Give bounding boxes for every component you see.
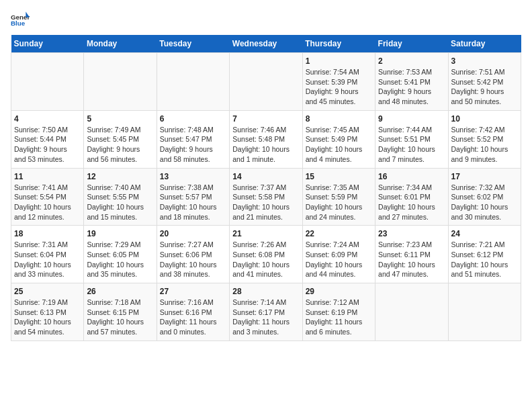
- calendar-header-row: SundayMondayTuesdayWednesdayThursdayFrid…: [11, 35, 521, 53]
- calendar-week-row: 11Sunrise: 7:41 AM Sunset: 5:54 PM Dayli…: [11, 168, 521, 226]
- calendar-cell: [448, 283, 521, 341]
- day-info: Sunrise: 7:27 AM Sunset: 6:06 PM Dayligh…: [160, 240, 226, 279]
- day-number: 5: [87, 114, 153, 124]
- day-number: 9: [378, 114, 445, 124]
- calendar-cell: [11, 53, 84, 111]
- calendar-cell: 12Sunrise: 7:40 AM Sunset: 5:55 PM Dayli…: [84, 168, 157, 226]
- calendar-cell: 25Sunrise: 7:19 AM Sunset: 6:13 PM Dayli…: [11, 283, 84, 341]
- col-header-friday: Friday: [375, 35, 448, 53]
- calendar-cell: [375, 283, 448, 341]
- day-number: 26: [87, 287, 153, 296]
- calendar-cell: 11Sunrise: 7:41 AM Sunset: 5:54 PM Dayli…: [11, 168, 84, 226]
- col-header-sunday: Sunday: [11, 35, 84, 53]
- day-info: Sunrise: 7:49 AM Sunset: 5:45 PM Dayligh…: [87, 125, 153, 165]
- calendar-cell: 13Sunrise: 7:38 AM Sunset: 5:57 PM Dayli…: [157, 168, 229, 226]
- day-number: 13: [160, 172, 226, 181]
- day-number: 3: [451, 56, 518, 66]
- calendar-cell: [84, 53, 157, 111]
- day-number: 8: [306, 114, 372, 124]
- day-info: Sunrise: 7:23 AM Sunset: 6:11 PM Dayligh…: [378, 240, 445, 279]
- day-number: 27: [160, 287, 226, 296]
- calendar-cell: 10Sunrise: 7:42 AM Sunset: 5:52 PM Dayli…: [448, 110, 521, 168]
- day-info: Sunrise: 7:45 AM Sunset: 5:49 PM Dayligh…: [306, 125, 372, 165]
- day-number: 11: [14, 172, 81, 181]
- day-info: Sunrise: 7:32 AM Sunset: 6:02 PM Dayligh…: [451, 183, 518, 222]
- calendar-cell: 21Sunrise: 7:26 AM Sunset: 6:08 PM Dayli…: [230, 226, 302, 283]
- col-header-saturday: Saturday: [448, 35, 521, 53]
- day-number: 1: [306, 56, 372, 66]
- calendar-table: SundayMondayTuesdayWednesdayThursdayFrid…: [11, 35, 521, 341]
- calendar-cell: 8Sunrise: 7:45 AM Sunset: 5:49 PM Daylig…: [302, 110, 375, 168]
- day-number: 15: [306, 172, 372, 181]
- day-number: 28: [232, 287, 299, 296]
- calendar-cell: 17Sunrise: 7:32 AM Sunset: 6:02 PM Dayli…: [448, 168, 521, 226]
- logo-icon: General Blue: [11, 11, 30, 30]
- day-info: Sunrise: 7:29 AM Sunset: 6:05 PM Dayligh…: [87, 240, 153, 279]
- calendar-cell: 1Sunrise: 7:54 AM Sunset: 5:39 PM Daylig…: [302, 53, 375, 111]
- day-number: 12: [87, 172, 153, 181]
- col-header-thursday: Thursday: [302, 35, 375, 53]
- day-info: Sunrise: 7:34 AM Sunset: 6:01 PM Dayligh…: [378, 183, 445, 222]
- day-number: 20: [160, 229, 226, 238]
- calendar-cell: 27Sunrise: 7:16 AM Sunset: 6:16 PM Dayli…: [157, 283, 229, 341]
- calendar-cell: 9Sunrise: 7:44 AM Sunset: 5:51 PM Daylig…: [375, 110, 448, 168]
- day-info: Sunrise: 7:19 AM Sunset: 6:13 PM Dayligh…: [14, 298, 81, 337]
- col-header-monday: Monday: [84, 35, 157, 53]
- calendar-cell: 6Sunrise: 7:48 AM Sunset: 5:47 PM Daylig…: [157, 110, 229, 168]
- calendar-week-row: 4Sunrise: 7:50 AM Sunset: 5:44 PM Daylig…: [11, 110, 521, 168]
- day-info: Sunrise: 7:31 AM Sunset: 6:04 PM Dayligh…: [14, 240, 81, 279]
- calendar-week-row: 18Sunrise: 7:31 AM Sunset: 6:04 PM Dayli…: [11, 226, 521, 283]
- day-info: Sunrise: 7:54 AM Sunset: 5:39 PM Dayligh…: [306, 67, 372, 107]
- svg-text:Blue: Blue: [11, 19, 26, 27]
- calendar-week-row: 1Sunrise: 7:54 AM Sunset: 5:39 PM Daylig…: [11, 53, 521, 111]
- day-info: Sunrise: 7:14 AM Sunset: 6:17 PM Dayligh…: [232, 298, 299, 337]
- calendar-cell: 5Sunrise: 7:49 AM Sunset: 5:45 PM Daylig…: [84, 110, 157, 168]
- day-info: Sunrise: 7:26 AM Sunset: 6:08 PM Dayligh…: [232, 240, 299, 279]
- day-info: Sunrise: 7:50 AM Sunset: 5:44 PM Dayligh…: [14, 125, 81, 165]
- day-number: 19: [87, 229, 153, 238]
- day-info: Sunrise: 7:12 AM Sunset: 6:19 PM Dayligh…: [306, 298, 372, 337]
- day-info: Sunrise: 7:46 AM Sunset: 5:48 PM Dayligh…: [232, 125, 299, 165]
- day-info: Sunrise: 7:40 AM Sunset: 5:55 PM Dayligh…: [87, 183, 153, 222]
- calendar-cell: 16Sunrise: 7:34 AM Sunset: 6:01 PM Dayli…: [375, 168, 448, 226]
- col-header-wednesday: Wednesday: [230, 35, 302, 53]
- day-info: Sunrise: 7:44 AM Sunset: 5:51 PM Dayligh…: [378, 125, 445, 165]
- day-info: Sunrise: 7:24 AM Sunset: 6:09 PM Dayligh…: [306, 240, 372, 279]
- calendar-week-row: 25Sunrise: 7:19 AM Sunset: 6:13 PM Dayli…: [11, 283, 521, 341]
- calendar-cell: 14Sunrise: 7:37 AM Sunset: 5:58 PM Dayli…: [230, 168, 302, 226]
- calendar-cell: 23Sunrise: 7:23 AM Sunset: 6:11 PM Dayli…: [375, 226, 448, 283]
- day-number: 2: [378, 56, 445, 66]
- day-number: 4: [14, 114, 81, 124]
- calendar-cell: 4Sunrise: 7:50 AM Sunset: 5:44 PM Daylig…: [11, 110, 84, 168]
- day-info: Sunrise: 7:51 AM Sunset: 5:42 PM Dayligh…: [451, 67, 518, 107]
- calendar-cell: [230, 53, 302, 111]
- calendar-cell: 26Sunrise: 7:18 AM Sunset: 6:15 PM Dayli…: [84, 283, 157, 341]
- day-info: Sunrise: 7:16 AM Sunset: 6:16 PM Dayligh…: [160, 298, 226, 337]
- calendar-cell: 28Sunrise: 7:14 AM Sunset: 6:17 PM Dayli…: [230, 283, 302, 341]
- day-number: 16: [378, 172, 445, 181]
- page-header: General Blue: [11, 11, 521, 30]
- day-info: Sunrise: 7:37 AM Sunset: 5:58 PM Dayligh…: [232, 183, 299, 222]
- day-number: 23: [378, 229, 445, 238]
- day-info: Sunrise: 7:41 AM Sunset: 5:54 PM Dayligh…: [14, 183, 81, 222]
- day-number: 24: [451, 229, 518, 238]
- calendar-cell: [157, 53, 229, 111]
- day-number: 14: [232, 172, 299, 181]
- calendar-cell: 2Sunrise: 7:53 AM Sunset: 5:41 PM Daylig…: [375, 53, 448, 111]
- calendar-cell: 24Sunrise: 7:21 AM Sunset: 6:12 PM Dayli…: [448, 226, 521, 283]
- col-header-tuesday: Tuesday: [157, 35, 229, 53]
- day-info: Sunrise: 7:42 AM Sunset: 5:52 PM Dayligh…: [451, 125, 518, 165]
- day-number: 6: [160, 114, 226, 124]
- day-number: 17: [451, 172, 518, 181]
- calendar-cell: 22Sunrise: 7:24 AM Sunset: 6:09 PM Dayli…: [302, 226, 375, 283]
- day-info: Sunrise: 7:53 AM Sunset: 5:41 PM Dayligh…: [378, 67, 445, 107]
- day-number: 21: [232, 229, 299, 238]
- calendar-cell: 15Sunrise: 7:35 AM Sunset: 5:59 PM Dayli…: [302, 168, 375, 226]
- calendar-cell: 18Sunrise: 7:31 AM Sunset: 6:04 PM Dayli…: [11, 226, 84, 283]
- day-number: 18: [14, 229, 81, 238]
- day-number: 10: [451, 114, 518, 124]
- day-info: Sunrise: 7:38 AM Sunset: 5:57 PM Dayligh…: [160, 183, 226, 222]
- day-info: Sunrise: 7:21 AM Sunset: 6:12 PM Dayligh…: [451, 240, 518, 279]
- day-number: 22: [306, 229, 372, 238]
- day-number: 29: [306, 287, 372, 296]
